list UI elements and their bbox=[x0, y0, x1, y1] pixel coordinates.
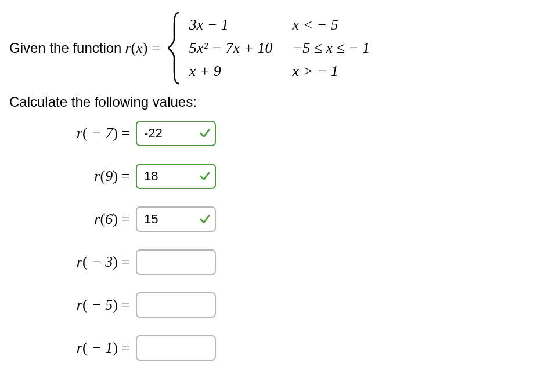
prompt-prefix: Given the function bbox=[9, 40, 121, 56]
case-cond: x > − 1 bbox=[293, 63, 370, 80]
answer-input[interactable] bbox=[136, 249, 216, 275]
function-definition-row: Given the function r(x) = 3x − 1 x < − 5… bbox=[9, 10, 546, 86]
answers-grid: r( − 7) = r(9) = r(6) = r( − 3) = r( − 5… bbox=[21, 121, 546, 361]
answer-label: r( − 5) = bbox=[21, 296, 136, 314]
check-icon bbox=[199, 127, 211, 140]
piecewise-brace bbox=[166, 10, 183, 86]
case-expr: x + 9 bbox=[189, 63, 273, 80]
answer-label: r(9) = bbox=[21, 168, 136, 185]
case-expr: 3x − 1 bbox=[189, 16, 273, 34]
answer-input-wrap bbox=[136, 335, 546, 361]
answer-input-wrap bbox=[136, 292, 546, 318]
answer-input[interactable] bbox=[136, 292, 216, 318]
instruction-text: Calculate the following values: bbox=[9, 94, 546, 110]
check-icon bbox=[199, 170, 211, 183]
function-notation: r(x) = bbox=[125, 39, 160, 57]
equals-sign: = bbox=[152, 39, 160, 56]
piecewise-cases: 3x − 1 x < − 5 5x² − 7x + 10 −5 ≤ x ≤ − … bbox=[189, 16, 370, 80]
function-name: r bbox=[125, 39, 131, 56]
answer-input-wrap bbox=[136, 249, 546, 275]
case-cond: −5 ≤ x ≤ − 1 bbox=[293, 39, 370, 57]
left-brace-icon bbox=[166, 10, 183, 86]
case-cond: x < − 5 bbox=[293, 16, 370, 34]
answer-label: r(6) = bbox=[21, 210, 136, 228]
case-expr: 5x² − 7x + 10 bbox=[189, 39, 273, 57]
check-icon bbox=[199, 213, 211, 226]
function-variable: x bbox=[136, 39, 143, 56]
answer-input-wrap bbox=[136, 121, 546, 146]
answer-label: r( − 1) = bbox=[21, 339, 136, 357]
answer-input-wrap bbox=[136, 206, 546, 232]
answer-label: r( − 7) = bbox=[21, 125, 136, 142]
answer-input[interactable] bbox=[136, 335, 216, 361]
answer-input-wrap bbox=[136, 164, 546, 189]
answer-label: r( − 3) = bbox=[21, 253, 136, 271]
